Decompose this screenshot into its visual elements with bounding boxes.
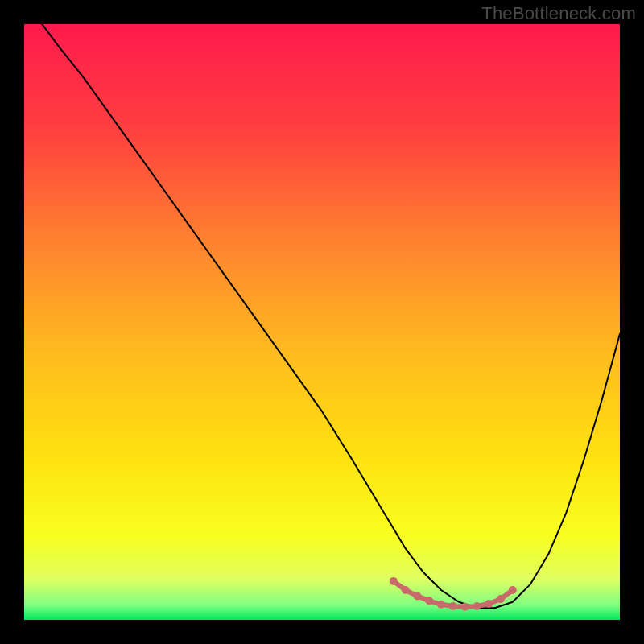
- chart-plot: [24, 24, 620, 620]
- chart-frame: TheBottleneck.com: [0, 0, 644, 644]
- optimal-range-dot: [402, 586, 410, 594]
- optimal-range-dot: [449, 602, 457, 610]
- optimal-range-dot: [497, 595, 505, 603]
- optimal-range-dot: [425, 597, 433, 605]
- chart-svg: [24, 24, 620, 620]
- watermark-text: TheBottleneck.com: [481, 3, 636, 24]
- optimal-range-dot: [509, 586, 517, 594]
- optimal-range-dot: [390, 577, 398, 585]
- optimal-range-dot: [437, 601, 445, 609]
- optimal-range-dot: [461, 603, 469, 611]
- optimal-range-dot: [413, 592, 421, 600]
- optimal-range-dot: [485, 600, 493, 608]
- gradient-background: [24, 24, 620, 620]
- optimal-range-dot: [473, 602, 481, 610]
